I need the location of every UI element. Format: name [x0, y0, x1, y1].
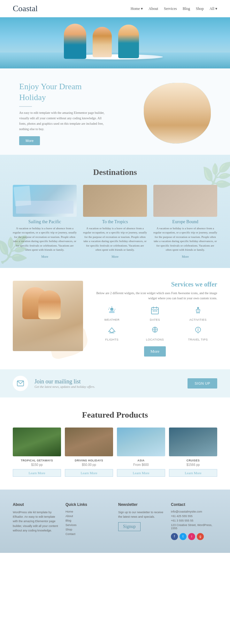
products-grid: TROPICAL GETAWAYS $150 pp Learn More DRI…: [13, 428, 217, 477]
dream-button[interactable]: More: [19, 136, 40, 145]
svc-item-5: TRAVEL TIPS: [179, 326, 217, 341]
footer-link-shop[interactable]: Shop: [65, 528, 112, 531]
mail-text: Join our mailing list Get the latest new…: [34, 378, 181, 389]
footer-contact: Contact info@coastalmysite.com +61 425 5…: [171, 502, 217, 540]
product-name-3: CRUISES: [169, 459, 217, 462]
dates-icon: [136, 306, 174, 317]
dest-card-title-0: Sailing the Pacific: [13, 219, 77, 224]
svc-item-3: FLIGHTS: [93, 326, 131, 341]
product-card-0: TROPICAL GETAWAYS $150 pp Learn More: [13, 428, 61, 477]
footer-link-services[interactable]: Services: [65, 523, 112, 527]
footer: About WordPress site kit template by Elf…: [0, 490, 230, 553]
footer-about-title: About: [13, 502, 59, 507]
products-title: Featured Products: [13, 410, 217, 420]
nav-link-item[interactable]: Blog: [183, 6, 190, 11]
product-name-0: TROPICAL GETAWAYS: [13, 459, 61, 462]
destinations-grid: Sailing the Pacific A vacation or holida…: [13, 185, 217, 258]
product-img-0: [13, 428, 61, 456]
services-section: Services we offer Below are 2 different …: [0, 268, 230, 369]
svc-label-4: LOCATIONS: [136, 338, 174, 341]
footer-link-about[interactable]: About: [65, 514, 112, 518]
hero-person-1: [64, 24, 86, 59]
footer-contact-phone1: +61 425 555 555: [171, 514, 217, 518]
footer-contact-email: info@coastalmysite.com: [171, 510, 217, 513]
flights-icon: [93, 326, 131, 337]
social-icons: f t i g: [171, 533, 217, 540]
product-btn-0[interactable]: Learn More: [13, 469, 61, 477]
product-price-1: $50.00 pp: [65, 463, 113, 467]
social-facebook-icon[interactable]: f: [171, 533, 178, 540]
svc-item-2: ACTIVITIES: [179, 306, 217, 321]
product-img-2: [117, 428, 165, 456]
product-btn-3[interactable]: Learn More: [169, 469, 217, 477]
svg-point-22: [197, 328, 198, 328]
social-twitter-icon[interactable]: t: [180, 533, 187, 540]
svg-rect-12: [154, 310, 156, 311]
svg-rect-13: [156, 310, 157, 311]
products-section: Featured Products TROPICAL GETAWAYS $150…: [0, 397, 230, 490]
nav-link-item[interactable]: Shop: [196, 6, 204, 11]
product-price-2: From $600: [117, 463, 165, 467]
dream-image-person: [144, 83, 211, 144]
dest-img-1: [83, 185, 147, 217]
nav-link-item[interactable]: About: [149, 6, 158, 11]
svc-item-4: LOCATIONS: [136, 326, 174, 341]
dest-card-desc-2: A vacation or holiday is a leave of abse…: [153, 226, 217, 252]
footer-contact-phone2: +61 3 555 555 55: [171, 519, 217, 522]
product-btn-2[interactable]: Learn More: [117, 469, 165, 477]
services-icons-grid: WEATHER DATES ACTIVITIES FLIGHTS: [93, 306, 217, 341]
dest-img-0: [13, 185, 77, 217]
footer-links: Quick Links Home About Blog Services Sho…: [65, 502, 112, 540]
social-instagram-icon[interactable]: i: [188, 533, 195, 540]
svg-point-14: [197, 307, 199, 309]
svc-item-1: DATES: [136, 306, 174, 321]
dest-img-2: [153, 185, 217, 217]
dream-text-area: Enjoy Your Dream Holiday An easy to edit…: [19, 81, 109, 145]
footer-contact-title: Contact: [171, 502, 217, 507]
svc-label-2: ACTIVITIES: [179, 318, 217, 321]
product-img-3: [169, 428, 217, 456]
dest-card-desc-1: A vacation or holiday is a leave of abse…: [83, 226, 147, 252]
svg-line-5: [109, 308, 110, 308]
footer-newsletter-btn[interactable]: Signup: [118, 522, 141, 531]
hero-person-3: [118, 25, 139, 58]
footer-link-blog[interactable]: Blog: [65, 519, 112, 522]
product-name-1: DRIVING HOLIDAYS: [65, 459, 113, 462]
dest-card-1: To the Tropics A vacation or holiday is …: [83, 185, 147, 258]
nav-link-item[interactable]: Home ▾: [131, 6, 143, 11]
product-name-2: ASIA: [117, 459, 165, 462]
footer-newsletter: Newsletter Sign up to our newsletter to …: [118, 502, 165, 540]
footer-links-title: Quick Links: [65, 502, 112, 507]
product-card-2: ASIA From $600 Learn More: [117, 428, 165, 477]
footer-link-home[interactable]: Home: [65, 510, 112, 513]
activities-icon: [179, 306, 217, 317]
footer-newsletter-title: Newsletter: [118, 502, 165, 507]
footer-link-contact[interactable]: Contact: [65, 532, 112, 536]
dest-more-1[interactable]: More: [83, 255, 147, 258]
mail-icon: [13, 376, 28, 391]
locations-icon: [136, 326, 174, 337]
product-img-1: [65, 428, 113, 456]
footer-contact-address: 123 Creative Street, WordPress, 1555: [171, 523, 217, 530]
product-btn-1[interactable]: Learn More: [65, 469, 113, 477]
services-photo: [13, 281, 83, 351]
footer-newsletter-text: Sign up to our newsletter to receive the…: [118, 510, 165, 519]
mail-title: Join our mailing list: [34, 378, 181, 385]
mail-button[interactable]: SIGN UP: [188, 378, 217, 389]
services-title: Services we offer: [93, 281, 217, 288]
dream-divider: [19, 106, 32, 107]
nav-link-item[interactable]: Services: [164, 6, 177, 11]
services-description: Below are 2 different widgets, the icon …: [93, 291, 217, 301]
dream-section: Enjoy Your Dream Holiday An easy to edit…: [0, 68, 230, 155]
destinations-section: 🌿 🌿 Destinations Sailing the Pacific A v…: [0, 155, 230, 268]
nav-logo[interactable]: Coastal: [13, 4, 38, 13]
nav-link-item[interactable]: All ▾: [210, 6, 217, 11]
dest-more-2[interactable]: More: [153, 255, 217, 258]
social-googleplus-icon[interactable]: g: [197, 533, 204, 540]
dest-card-2: Europe Bound A vacation or holiday is a …: [153, 185, 217, 258]
services-button[interactable]: More: [144, 346, 166, 357]
hero-person-2: [93, 27, 112, 57]
product-card-1: DRIVING HOLIDAYS $50.00 pp Learn More: [65, 428, 113, 477]
svc-label-1: DATES: [136, 318, 174, 321]
footer-grid: About WordPress site kit template by Elf…: [13, 502, 217, 540]
